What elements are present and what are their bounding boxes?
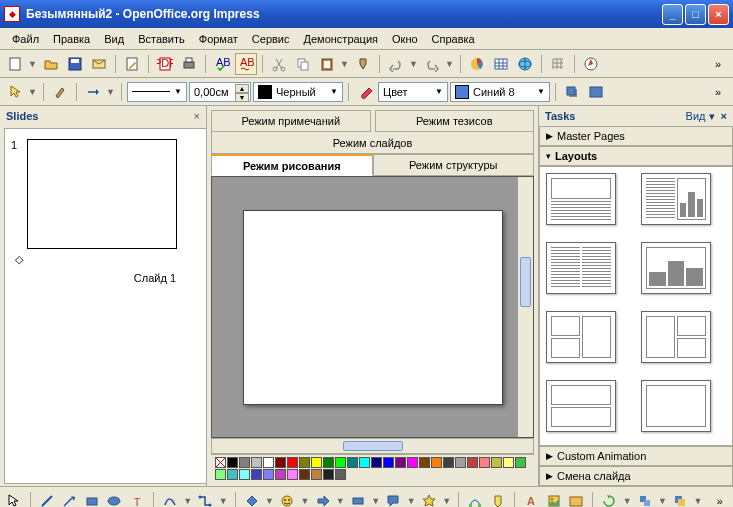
color-swatch[interactable]	[383, 457, 394, 468]
tab-outline[interactable]: Режим структуры	[373, 154, 535, 176]
copy-button[interactable]	[292, 53, 314, 75]
maximize-button[interactable]: □	[685, 4, 706, 25]
color-swatch[interactable]	[335, 457, 346, 468]
new-dropdown[interactable]: ▼	[28, 59, 38, 69]
arrow-style-button[interactable]	[82, 81, 104, 103]
color-swatch[interactable]	[407, 457, 418, 468]
fontwork-tool[interactable]: A	[522, 490, 541, 508]
menu-window[interactable]: Окно	[386, 31, 424, 47]
color-swatch[interactable]	[347, 457, 358, 468]
undo-button[interactable]	[385, 53, 407, 75]
section-layouts[interactable]: ▾Layouts	[539, 146, 733, 166]
color-swatch[interactable]	[443, 457, 454, 468]
horizontal-scrollbar[interactable]	[211, 438, 534, 454]
ellipse-tool[interactable]	[105, 490, 124, 508]
text-tool[interactable]: T	[127, 490, 146, 508]
save-button[interactable]	[64, 53, 86, 75]
email-button[interactable]	[88, 53, 110, 75]
grid-button[interactable]	[547, 53, 569, 75]
autospell-button[interactable]: ABC	[235, 53, 257, 75]
layout-thumb[interactable]	[546, 311, 616, 363]
flowchart-tool[interactable]	[349, 490, 368, 508]
stars-tool[interactable]	[420, 490, 439, 508]
color-swatch[interactable]	[263, 457, 274, 468]
rotate-tool[interactable]	[600, 490, 619, 508]
cut-button[interactable]	[268, 53, 290, 75]
menu-edit[interactable]: Правка	[47, 31, 96, 47]
color-swatch[interactable]	[395, 457, 406, 468]
color-swatch[interactable]	[467, 457, 478, 468]
color-swatch[interactable]	[275, 457, 286, 468]
layout-thumb[interactable]	[546, 380, 616, 432]
toolbar-overflow[interactable]: »	[707, 53, 729, 75]
color-swatch[interactable]	[227, 457, 238, 468]
color-swatch[interactable]	[299, 457, 310, 468]
color-swatch[interactable]	[275, 469, 286, 480]
menu-help[interactable]: Справка	[426, 31, 481, 47]
from-file-tool[interactable]	[544, 490, 563, 508]
tab-handout[interactable]: Режим тезисов	[375, 110, 535, 132]
section-custom-animation[interactable]: ▶Custom Animation	[539, 446, 733, 466]
slides-pane-close[interactable]: ×	[194, 110, 200, 122]
toolbar-overflow-2[interactable]: »	[707, 81, 729, 103]
color-swatch[interactable]	[503, 457, 514, 468]
color-swatch[interactable]	[359, 457, 370, 468]
color-swatch[interactable]	[299, 469, 310, 480]
no-color-swatch[interactable]	[215, 457, 226, 468]
select-tool[interactable]	[4, 490, 23, 508]
fill-color-select[interactable]: Синий 8 ▼	[450, 82, 550, 102]
color-swatch[interactable]	[491, 457, 502, 468]
points-tool[interactable]	[466, 490, 485, 508]
line-width-input[interactable]: 0,00см▲▼	[189, 82, 251, 102]
color-swatch[interactable]	[479, 457, 490, 468]
vertical-scrollbar[interactable]	[517, 177, 533, 437]
spellcheck-button[interactable]: ABC	[211, 53, 233, 75]
print-button[interactable]	[178, 53, 200, 75]
navigator-button[interactable]	[580, 53, 602, 75]
line-style-select[interactable]: ▼	[127, 82, 187, 102]
color-swatch[interactable]	[323, 469, 334, 480]
color-swatch[interactable]	[455, 457, 466, 468]
pointer-button[interactable]	[4, 81, 26, 103]
layout-thumb[interactable]	[641, 380, 711, 432]
format-paintbrush-button[interactable]	[352, 53, 374, 75]
color-swatch[interactable]	[311, 469, 322, 480]
fill-type-select[interactable]: Цвет ▼	[378, 82, 448, 102]
layout-thumb[interactable]	[641, 242, 711, 294]
color-swatch[interactable]	[311, 457, 322, 468]
edit-doc-button[interactable]	[121, 53, 143, 75]
menu-tools[interactable]: Сервис	[246, 31, 296, 47]
minimize-button[interactable]: _	[662, 4, 683, 25]
export-pdf-button[interactable]: PDF	[154, 53, 176, 75]
tasks-view-menu[interactable]: Вид ▾	[686, 110, 715, 123]
undo-dropdown[interactable]: ▼	[409, 59, 419, 69]
menu-file[interactable]: Файл	[6, 31, 45, 47]
tab-notes[interactable]: Режим примечаний	[211, 110, 371, 132]
section-slide-transition[interactable]: ▶Смена слайда	[539, 466, 733, 486]
line-color-select[interactable]: Черный ▼	[253, 82, 343, 102]
drawing-toolbar-overflow[interactable]: »	[710, 490, 729, 508]
tasks-pane-close[interactable]: ×	[721, 110, 727, 122]
slide-canvas-area[interactable]	[211, 176, 534, 438]
redo-dropdown[interactable]: ▼	[445, 59, 455, 69]
hyperlink-button[interactable]	[514, 53, 536, 75]
color-swatch[interactable]	[263, 469, 274, 480]
paste-dropdown[interactable]: ▼	[340, 59, 350, 69]
open-button[interactable]	[40, 53, 62, 75]
paste-button[interactable]	[316, 53, 338, 75]
symbol-shapes-tool[interactable]	[278, 490, 297, 508]
tab-normal[interactable]: Режим слайдов	[211, 132, 534, 154]
color-swatch[interactable]	[215, 469, 226, 480]
color-swatch[interactable]	[323, 457, 334, 468]
color-swatch[interactable]	[431, 457, 442, 468]
arrange-tool[interactable]	[671, 490, 690, 508]
pen-button[interactable]	[49, 81, 71, 103]
menu-format[interactable]: Формат	[193, 31, 244, 47]
color-swatch[interactable]	[251, 469, 262, 480]
new-button[interactable]	[4, 53, 26, 75]
chart-button[interactable]	[466, 53, 488, 75]
close-button[interactable]: ×	[708, 4, 729, 25]
slide-design-button[interactable]	[585, 81, 607, 103]
menu-insert[interactable]: Вставить	[132, 31, 191, 47]
color-swatch[interactable]	[287, 457, 298, 468]
